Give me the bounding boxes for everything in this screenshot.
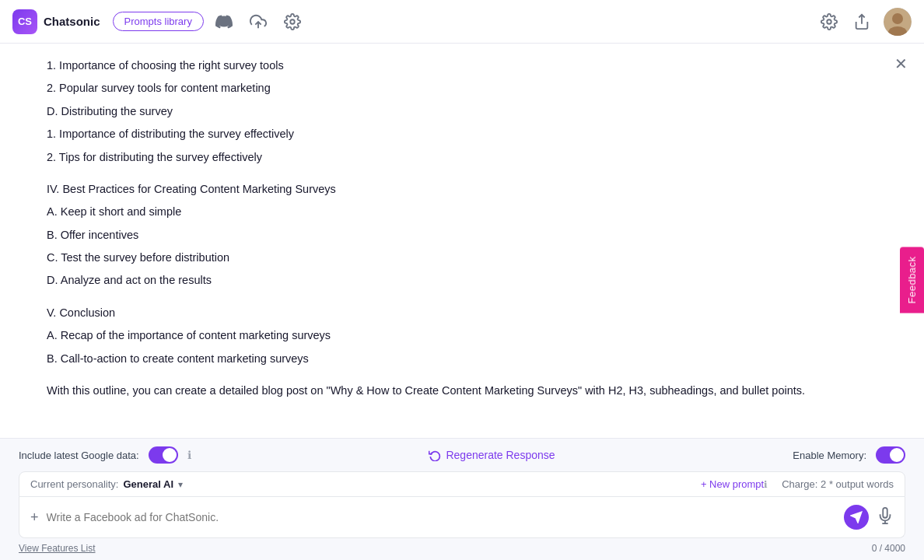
- content-text: 1. Importance of choosing the right surv…: [47, 56, 877, 401]
- logo-area: CS Chatsonic: [12, 9, 100, 34]
- header-right: [818, 8, 912, 36]
- share-icon[interactable]: [851, 11, 873, 33]
- section-iv-d: D. Analyze and act on the results: [47, 271, 877, 290]
- avatar[interactable]: [884, 8, 912, 36]
- feedback-tab[interactable]: Feedback: [900, 247, 924, 313]
- send-button[interactable]: [844, 505, 869, 530]
- personality-label: Current personality:: [30, 478, 118, 490]
- bottom-bar: Include latest Google data: ℹ Regenerate…: [0, 438, 924, 560]
- mic-icon[interactable]: [877, 507, 894, 528]
- google-data-toggle[interactable]: [149, 446, 178, 464]
- conclusion-text: With this outline, you can create a deta…: [47, 381, 877, 401]
- personality-dropdown-icon[interactable]: ▾: [178, 479, 183, 490]
- logo-name: Chatsonic: [44, 15, 100, 28]
- google-data-info-icon[interactable]: ℹ: [187, 449, 191, 461]
- google-data-label: Include latest Google data:: [19, 450, 139, 461]
- header-icons: [213, 11, 303, 33]
- section-iv-c: C. Test the survey before distribution: [47, 248, 877, 268]
- enable-memory-control: Enable Memory:: [793, 446, 905, 464]
- google-data-control: Include latest Google data: ℹ: [19, 446, 191, 464]
- controls-row: Include latest Google data: ℹ Regenerate…: [19, 446, 905, 464]
- section-v-header: V. Conclusion: [47, 303, 877, 323]
- section-iv-a: A. Keep it short and simple: [47, 202, 877, 222]
- personality-row: Current personality: General AI ▾ + New …: [19, 471, 905, 497]
- input-row: +: [19, 497, 905, 538]
- plus-icon[interactable]: +: [30, 509, 39, 526]
- new-prompt-button[interactable]: + New prompt: [701, 478, 764, 490]
- section-v-a: A. Recap of the importance of content ma…: [47, 326, 877, 345]
- logo-icon: CS: [12, 9, 37, 34]
- line-3: D. Distributing the survey: [47, 102, 877, 121]
- svg-marker-8: [851, 512, 861, 522]
- personality-value: General AI: [123, 478, 173, 490]
- svg-point-2: [827, 19, 831, 24]
- section-iv-b: B. Offer incentives: [47, 226, 877, 245]
- chat-input[interactable]: [47, 511, 836, 523]
- enable-memory-toggle[interactable]: [876, 446, 905, 464]
- line-5: 2. Tips for distributing the survey effe…: [47, 148, 877, 167]
- charge-info-icon: ℹ: [764, 479, 768, 490]
- main: ✕ 1. Importance of choosing the right su…: [0, 44, 924, 560]
- regenerate-button[interactable]: Regenerate Response: [429, 449, 555, 461]
- close-button[interactable]: ✕: [890, 53, 912, 75]
- header: CS Chatsonic Prompts library: [0, 0, 924, 44]
- line-1: 1. Importance of choosing the right surv…: [47, 56, 877, 75]
- line-4: 1. Importance of distributing the survey…: [47, 124, 877, 144]
- chat-area: ✕ 1. Importance of choosing the right su…: [0, 44, 924, 560]
- view-features-link[interactable]: View Features List: [19, 543, 96, 554]
- gear-settings-icon[interactable]: [818, 11, 840, 33]
- cloud-upload-icon[interactable]: [247, 11, 269, 33]
- line-2: 2. Popular survey tools for content mark…: [47, 79, 877, 98]
- chat-scroll[interactable]: ✕ 1. Importance of choosing the right su…: [0, 44, 924, 438]
- discord-icon[interactable]: [213, 11, 235, 33]
- section-v-b: B. Call-to-action to create content mark…: [47, 349, 877, 369]
- enable-memory-label: Enable Memory:: [793, 450, 866, 461]
- footer-row: View Features List 0 / 4000: [19, 538, 905, 560]
- char-count: 0 / 4000: [872, 543, 905, 554]
- prompts-library-button[interactable]: Prompts library: [113, 12, 204, 31]
- svg-point-5: [892, 13, 903, 24]
- svg-point-1: [290, 19, 295, 24]
- section-iv-header: IV. Best Practices for Creating Content …: [47, 180, 877, 199]
- settings-icon[interactable]: [282, 11, 303, 33]
- charge-text: Charge: 2 * output words: [782, 478, 894, 490]
